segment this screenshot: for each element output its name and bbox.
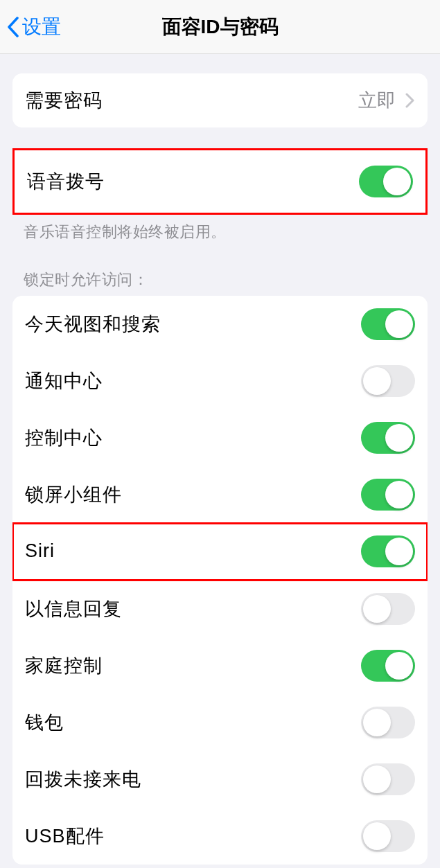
lock-access-label: 家庭控制	[25, 653, 103, 678]
require-passcode-row[interactable]: 需要密码 立即	[12, 73, 428, 127]
lock-access-toggle[interactable]	[361, 535, 415, 567]
lock-access-label: 通知中心	[25, 369, 103, 393]
toggle-knob	[385, 481, 413, 508]
back-label: 设置	[22, 14, 61, 40]
lock-access-row: 控制中心	[12, 409, 428, 466]
toggle-knob	[363, 822, 391, 850]
header-bar: 设置 面容ID与密码	[0, 0, 440, 54]
require-passcode-value: 立即	[358, 88, 396, 113]
toggle-knob	[385, 652, 413, 680]
lock-access-toggle[interactable]	[361, 365, 415, 397]
lock-access-toggle[interactable]	[361, 763, 415, 795]
require-passcode-label: 需要密码	[25, 88, 103, 113]
toggle-knob	[385, 310, 413, 338]
lock-access-label: USB配件	[25, 824, 105, 849]
page-title: 面容ID与密码	[162, 14, 279, 40]
content-area: 需要密码 立即 语音拨号 音乐语音控制将始终被启用。 锁定时允许访问： 今天视图…	[0, 73, 440, 868]
voice-dial-label: 语音拨号	[27, 169, 105, 194]
lock-access-header: 锁定时允许访问：	[0, 250, 440, 296]
lock-access-row: 以信息回复	[12, 581, 428, 637]
passcode-group: 需要密码 立即	[12, 73, 428, 127]
lock-access-toggle[interactable]	[361, 707, 415, 738]
require-passcode-value-container: 立即	[358, 88, 415, 113]
lock-access-footer: iPhone锁定超过一小时后，需先解锁iPhone才能允许USB配件连接。	[0, 865, 440, 868]
toggle-knob	[363, 709, 391, 736]
toggle-knob	[363, 595, 391, 623]
lock-access-row: 通知中心	[12, 353, 428, 409]
lock-access-row: 锁屏小组件	[12, 466, 428, 523]
lock-access-label: Siri	[25, 540, 55, 562]
lock-access-group: 今天视图和搜索通知中心控制中心锁屏小组件Siri以信息回复家庭控制钱包回拨未接来…	[12, 296, 428, 865]
voice-dial-row: 语音拨号	[15, 150, 425, 213]
lock-access-label: 回拨未接来电	[25, 767, 141, 792]
chevron-right-icon	[405, 93, 415, 108]
lock-access-row: USB配件	[12, 808, 428, 865]
lock-access-label: 钱包	[25, 710, 64, 735]
toggle-knob	[385, 424, 413, 452]
lock-access-label: 以信息回复	[25, 596, 122, 621]
lock-access-toggle[interactable]	[361, 308, 415, 340]
voice-dial-footer: 音乐语音控制将始终被启用。	[0, 215, 440, 250]
lock-access-label: 锁屏小组件	[25, 482, 122, 507]
toggle-knob	[383, 168, 411, 195]
lock-access-row: Siri	[12, 523, 428, 581]
lock-access-label: 今天视图和搜索	[25, 312, 161, 337]
voice-dial-toggle[interactable]	[359, 166, 413, 197]
toggle-knob	[363, 765, 391, 793]
lock-access-toggle[interactable]	[361, 422, 415, 454]
lock-access-toggle[interactable]	[361, 820, 415, 852]
lock-access-row: 回拨未接来电	[12, 751, 428, 808]
lock-access-toggle[interactable]	[361, 593, 415, 625]
lock-access-row: 今天视图和搜索	[12, 296, 428, 353]
lock-access-label: 控制中心	[25, 425, 103, 450]
lock-access-row: 家庭控制	[12, 637, 428, 694]
chevron-left-icon	[6, 15, 21, 39]
lock-access-toggle[interactable]	[361, 650, 415, 682]
voice-dial-group: 语音拨号	[12, 148, 428, 215]
lock-access-row: 钱包	[12, 694, 428, 751]
back-button[interactable]: 设置	[6, 14, 61, 40]
toggle-knob	[385, 538, 413, 565]
lock-access-toggle[interactable]	[361, 479, 415, 511]
toggle-knob	[363, 367, 391, 395]
